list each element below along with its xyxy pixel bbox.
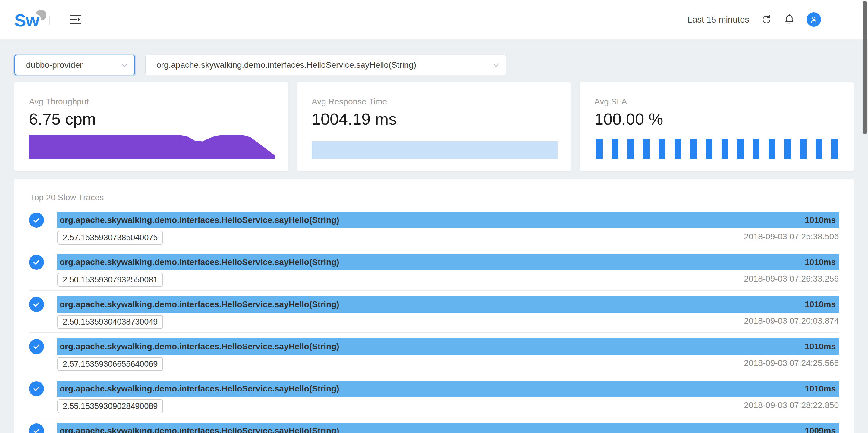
slow-traces-panel: Top 20 Slow Traces org.apache.skywalking… [14, 179, 854, 433]
trace-success-check-icon[interactable] [29, 423, 44, 433]
trace-success-check-icon[interactable] [29, 297, 44, 312]
card-avg-throughput: Avg Throughput 6.75 cpm [14, 82, 288, 171]
sla-bar [737, 139, 744, 159]
trace-timestamp: 2018-09-03 07:26:33.256 [744, 274, 839, 284]
header-divider [50, 16, 50, 25]
trace-row: org.apache.skywalking.demo.interfaces.He… [29, 212, 839, 254]
trace-row: org.apache.skywalking.demo.interfaces.He… [29, 380, 839, 423]
sla-bar [800, 139, 807, 159]
trace-row: org.apache.skywalking.demo.interfaces.He… [29, 254, 839, 296]
trace-duration-bar[interactable]: org.apache.skywalking.demo.interfaces.He… [57, 338, 839, 355]
card-value: 100.00 % [594, 110, 663, 128]
sla-bar [659, 139, 665, 159]
trace-endpoint-label: org.apache.skywalking.demo.interfaces.He… [60, 342, 339, 352]
chevron-down-icon [493, 62, 499, 68]
card-value: 1004.19 ms [312, 110, 397, 128]
sla-bar [831, 139, 838, 159]
trace-endpoint-label: org.apache.skywalking.demo.interfaces.He… [60, 215, 339, 225]
card-label: Avg Response Time [312, 97, 387, 107]
service-selector[interactable]: dubbo-provider [14, 55, 135, 75]
sla-bar [753, 139, 760, 159]
response-time-sparkline [312, 135, 558, 159]
sla-bar [784, 139, 791, 159]
endpoint-selector-value: org.apache.skywalking.demo.interfaces.He… [146, 60, 416, 70]
service-selector-value: dubbo-provider [15, 60, 83, 70]
trace-endpoint-label: org.apache.skywalking.demo.interfaces.He… [60, 258, 339, 267]
top-header: Sw Last 15 minutes [0, 0, 868, 39]
filter-bar: dubbo-provider org.apache.skywalking.dem… [14, 55, 506, 75]
trace-row: org.apache.skywalking.demo.interfaces.He… [29, 338, 839, 380]
sla-bar [706, 139, 712, 159]
chevron-down-icon [121, 63, 128, 69]
sla-bar [690, 139, 697, 159]
trace-duration-label: 1010ms [805, 342, 836, 352]
trace-success-check-icon[interactable] [29, 212, 44, 228]
trace-duration-bar[interactable]: org.apache.skywalking.demo.interfaces.He… [57, 423, 839, 433]
sla-bar [815, 139, 822, 159]
trace-duration-label: 1010ms [805, 300, 836, 309]
trace-endpoint-label: org.apache.skywalking.demo.interfaces.He… [60, 300, 339, 309]
trace-timestamp: 2018-09-03 07:20:03.874 [744, 316, 839, 326]
card-label: Avg Throughput [29, 97, 89, 107]
logo-text: Sw [14, 9, 39, 32]
trace-duration-label: 1010ms [805, 384, 836, 394]
trace-success-check-icon[interactable] [29, 255, 44, 270]
trace-success-check-icon[interactable] [29, 381, 44, 396]
user-icon [809, 15, 818, 24]
trace-endpoint-label: org.apache.skywalking.demo.interfaces.He… [60, 384, 339, 394]
trace-duration-bar[interactable]: org.apache.skywalking.demo.interfaces.He… [57, 380, 839, 397]
trace-success-check-icon[interactable] [29, 339, 44, 354]
endpoint-selector[interactable]: org.apache.skywalking.demo.interfaces.He… [145, 55, 506, 75]
vertical-scrollbar-thumb[interactable] [863, 1, 867, 134]
time-range-selector[interactable]: Last 15 minutes [687, 15, 749, 25]
sla-bar [675, 139, 681, 159]
throughput-sparkline [29, 135, 275, 159]
trace-duration-bar[interactable]: org.apache.skywalking.demo.interfaces.He… [57, 296, 839, 312]
trace-id-chip[interactable]: 2.50.15359304038730049 [57, 315, 163, 329]
throughput-area-shape [29, 135, 275, 159]
trace-timestamp: 2018-09-03 07:25:38.506 [744, 232, 839, 241]
menu-fold-icon[interactable] [70, 14, 81, 25]
slow-traces-title: Top 20 Slow Traces [30, 193, 104, 202]
sla-bar [721, 139, 728, 159]
trace-timestamp: 2018-09-03 07:24:25.566 [744, 358, 839, 368]
user-avatar[interactable] [807, 12, 821, 27]
sla-sparkline [594, 135, 840, 159]
response-area-shape [312, 141, 558, 159]
trace-duration-bar[interactable]: org.apache.skywalking.demo.interfaces.He… [57, 212, 839, 228]
sla-bar [627, 139, 634, 159]
trace-timestamp: 2018-09-03 07:28:22.850 [744, 400, 839, 410]
card-avg-response-time: Avg Response Time 1004.19 ms [297, 82, 571, 171]
card-value: 6.75 cpm [29, 110, 96, 128]
sla-bar [643, 139, 650, 159]
trace-endpoint-label: org.apache.skywalking.demo.interfaces.He… [60, 426, 339, 433]
card-label: Avg SLA [594, 97, 627, 107]
trace-duration-label: 1010ms [805, 258, 836, 267]
trace-duration-label: 1010ms [805, 215, 836, 225]
sla-bar [596, 139, 603, 159]
notification-bell-icon[interactable] [784, 14, 795, 25]
trace-duration-label: 1009ms [805, 426, 836, 433]
trace-id-chip[interactable]: 2.57.15359306655640069 [57, 357, 163, 371]
trace-id-chip[interactable]: 2.57.15359307385040075 [57, 231, 163, 244]
refresh-icon[interactable] [761, 14, 772, 25]
trace-row: org.apache.skywalking.demo.interfaces.He… [29, 423, 839, 433]
header-actions: Last 15 minutes [687, 0, 821, 39]
skywalking-logo[interactable]: Sw [14, 9, 51, 32]
card-avg-sla: Avg SLA 100.00 % [580, 82, 854, 171]
sla-bar [769, 139, 775, 159]
trace-list: org.apache.skywalking.demo.interfaces.He… [29, 212, 839, 433]
trace-duration-bar[interactable]: org.apache.skywalking.demo.interfaces.He… [57, 254, 839, 270]
sla-bar [612, 139, 618, 159]
trace-row: org.apache.skywalking.demo.interfaces.He… [29, 296, 839, 338]
sla-bar-chart [596, 139, 840, 159]
metric-cards: Avg Throughput 6.75 cpm Avg Response Tim… [14, 82, 854, 171]
trace-id-chip[interactable]: 2.55.15359309028490089 [57, 399, 163, 413]
trace-id-chip[interactable]: 2.50.15359307932550081 [57, 273, 163, 287]
